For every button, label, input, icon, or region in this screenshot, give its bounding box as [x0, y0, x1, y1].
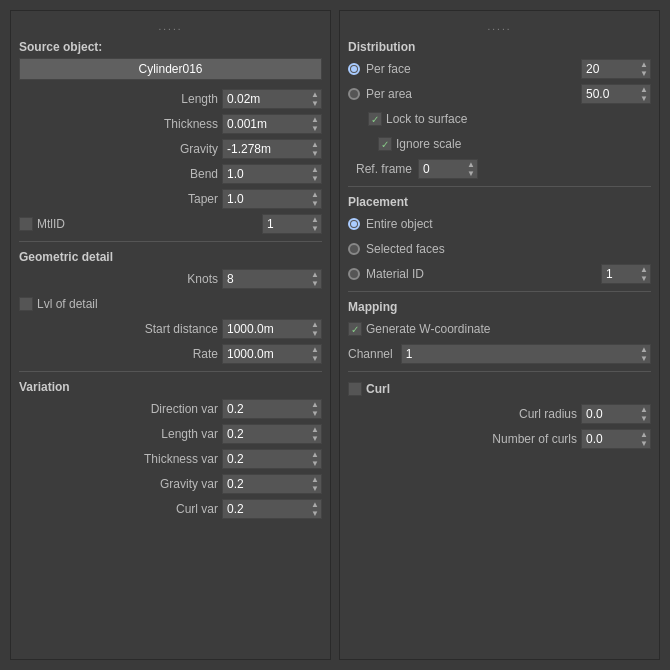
rate-arrows[interactable]: ▲ ▼ [311, 345, 321, 363]
length-var-down-arrow[interactable]: ▼ [311, 434, 319, 443]
start-distance-up-arrow[interactable]: ▲ [311, 320, 319, 329]
per-area-up-arrow[interactable]: ▲ [640, 85, 648, 94]
curl-radius-spinner[interactable]: 0.0 ▲ ▼ [581, 404, 651, 424]
rate-up-arrow[interactable]: ▲ [311, 345, 319, 354]
per-area-down-arrow[interactable]: ▼ [640, 94, 648, 103]
bend-up-arrow[interactable]: ▲ [311, 165, 319, 174]
right-drag-handle[interactable]: ..... [348, 21, 651, 32]
gravity-var-down-arrow[interactable]: ▼ [311, 484, 319, 493]
per-area-row[interactable]: Per area 50.0 ▲ ▼ [348, 83, 651, 105]
length-arrows[interactable]: ▲ ▼ [311, 90, 321, 108]
mtlid-checkbox[interactable] [19, 217, 33, 231]
taper-up-arrow[interactable]: ▲ [311, 190, 319, 199]
selected-faces-row[interactable]: Selected faces [348, 238, 651, 260]
rate-spinner[interactable]: 1000.0m ▲ ▼ [222, 344, 322, 364]
selected-faces-radio[interactable] [348, 243, 360, 255]
length-spinner[interactable]: 0.02m ▲ ▼ [222, 89, 322, 109]
start-distance-down-arrow[interactable]: ▼ [311, 329, 319, 338]
rate-down-arrow[interactable]: ▼ [311, 354, 319, 363]
per-face-down-arrow[interactable]: ▼ [640, 69, 648, 78]
gravity-arrows[interactable]: ▲ ▼ [311, 140, 321, 158]
source-object-input[interactable]: Cylinder016 [19, 58, 322, 80]
mtlid-down-arrow[interactable]: ▼ [311, 224, 319, 233]
ref-frame-arrows[interactable]: ▲ ▼ [467, 160, 477, 178]
curl-radius-down-arrow[interactable]: ▼ [640, 414, 648, 423]
ignore-scale-checkbox[interactable] [378, 137, 392, 151]
direction-var-spinner[interactable]: 0.2 ▲ ▼ [222, 399, 322, 419]
material-id-spinner[interactable]: 1 ▲ ▼ [601, 264, 651, 284]
material-id-up-arrow[interactable]: ▲ [640, 265, 648, 274]
thickness-down-arrow[interactable]: ▼ [311, 124, 319, 133]
mtlid-spinner[interactable]: 1 ▲ ▼ [262, 214, 322, 234]
taper-down-arrow[interactable]: ▼ [311, 199, 319, 208]
gravity-var-arrows[interactable]: ▲ ▼ [311, 475, 321, 493]
per-face-row[interactable]: Per face 20 ▲ ▼ [348, 58, 651, 80]
gravity-var-up-arrow[interactable]: ▲ [311, 475, 319, 484]
bend-spinner[interactable]: 1.0 ▲ ▼ [222, 164, 322, 184]
thickness-up-arrow[interactable]: ▲ [311, 115, 319, 124]
start-distance-arrows[interactable]: ▲ ▼ [311, 320, 321, 338]
material-id-arrows[interactable]: ▲ ▼ [640, 265, 650, 283]
taper-arrows[interactable]: ▲ ▼ [311, 190, 321, 208]
curl-radius-up-arrow[interactable]: ▲ [640, 405, 648, 414]
mtlid-up-arrow[interactable]: ▲ [311, 215, 319, 224]
curl-var-spinner[interactable]: 0.2 ▲ ▼ [222, 499, 322, 519]
knots-spinner[interactable]: 8 ▲ ▼ [222, 269, 322, 289]
thickness-var-spinner[interactable]: 0.2 ▲ ▼ [222, 449, 322, 469]
material-id-row[interactable]: Material ID 1 ▲ ▼ [348, 263, 651, 285]
per-face-radio[interactable] [348, 63, 360, 75]
start-distance-spinner[interactable]: 1000.0m ▲ ▼ [222, 319, 322, 339]
gravity-spinner[interactable]: -1.278m ▲ ▼ [222, 139, 322, 159]
lock-surface-checkbox[interactable] [368, 112, 382, 126]
per-face-spinner[interactable]: 20 ▲ ▼ [581, 59, 651, 79]
per-area-spinner[interactable]: 50.0 ▲ ▼ [581, 84, 651, 104]
material-id-down-arrow[interactable]: ▼ [640, 274, 648, 283]
material-id-radio[interactable] [348, 268, 360, 280]
num-curls-up-arrow[interactable]: ▲ [640, 430, 648, 439]
ref-frame-up-arrow[interactable]: ▲ [467, 160, 475, 169]
length-var-spinner[interactable]: 0.2 ▲ ▼ [222, 424, 322, 444]
length-var-arrows[interactable]: ▲ ▼ [311, 425, 321, 443]
gravity-up-arrow[interactable]: ▲ [311, 140, 319, 149]
curl-var-down-arrow[interactable]: ▼ [311, 509, 319, 518]
length-down-arrow[interactable]: ▼ [311, 99, 319, 108]
curl-var-up-arrow[interactable]: ▲ [311, 500, 319, 509]
curl-radius-arrows[interactable]: ▲ ▼ [640, 405, 650, 423]
thickness-arrows[interactable]: ▲ ▼ [311, 115, 321, 133]
entire-object-radio[interactable] [348, 218, 360, 230]
ref-frame-down-arrow[interactable]: ▼ [467, 169, 475, 178]
ref-frame-spinner[interactable]: 0 ▲ ▼ [418, 159, 478, 179]
per-face-arrows[interactable]: ▲ ▼ [640, 60, 650, 78]
direction-var-arrows[interactable]: ▲ ▼ [311, 400, 321, 418]
gravity-down-arrow[interactable]: ▼ [311, 149, 319, 158]
knots-down-arrow[interactable]: ▼ [311, 279, 319, 288]
length-var-up-arrow[interactable]: ▲ [311, 425, 319, 434]
per-area-arrows[interactable]: ▲ ▼ [640, 85, 650, 103]
thickness-var-arrows[interactable]: ▲ ▼ [311, 450, 321, 468]
left-drag-handle[interactable]: ..... [19, 21, 322, 32]
curl-var-arrows[interactable]: ▲ ▼ [311, 500, 321, 518]
num-curls-spinner[interactable]: 0.0 ▲ ▼ [581, 429, 651, 449]
thickness-spinner[interactable]: 0.001m ▲ ▼ [222, 114, 322, 134]
lvl-detail-checkbox[interactable] [19, 297, 33, 311]
knots-arrows[interactable]: ▲ ▼ [311, 270, 321, 288]
mtlid-arrows[interactable]: ▲ ▼ [311, 215, 321, 233]
generate-w-checkbox[interactable] [348, 322, 362, 336]
length-up-arrow[interactable]: ▲ [311, 90, 319, 99]
direction-var-down-arrow[interactable]: ▼ [311, 409, 319, 418]
taper-spinner[interactable]: 1.0 ▲ ▼ [222, 189, 322, 209]
gravity-var-spinner[interactable]: 0.2 ▲ ▼ [222, 474, 322, 494]
num-curls-down-arrow[interactable]: ▼ [640, 439, 648, 448]
bend-down-arrow[interactable]: ▼ [311, 174, 319, 183]
channel-down-arrow[interactable]: ▼ [640, 354, 648, 363]
channel-spinner[interactable]: 1 ▲ ▼ [401, 344, 651, 364]
thickness-var-down-arrow[interactable]: ▼ [311, 459, 319, 468]
direction-var-up-arrow[interactable]: ▲ [311, 400, 319, 409]
per-area-radio[interactable] [348, 88, 360, 100]
per-face-up-arrow[interactable]: ▲ [640, 60, 648, 69]
channel-up-arrow[interactable]: ▲ [640, 345, 648, 354]
curl-checkbox[interactable] [348, 382, 362, 396]
thickness-var-up-arrow[interactable]: ▲ [311, 450, 319, 459]
channel-arrows[interactable]: ▲ ▼ [640, 345, 650, 363]
num-curls-arrows[interactable]: ▲ ▼ [640, 430, 650, 448]
